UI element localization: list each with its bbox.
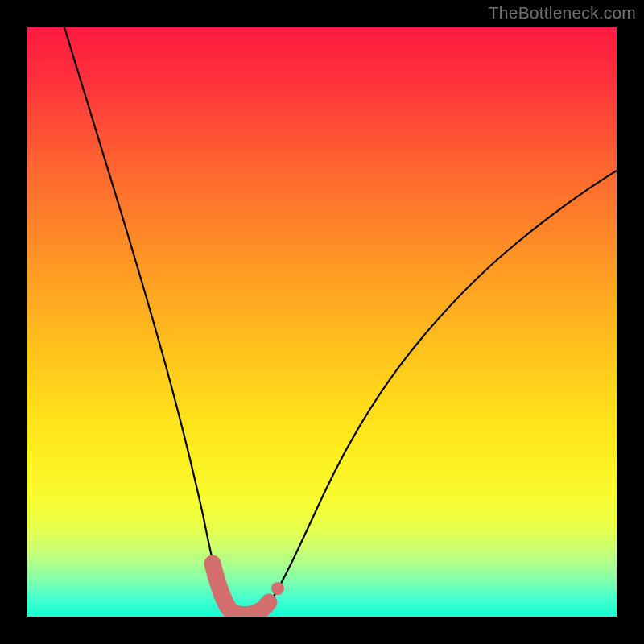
chart-stage: TheBottleneck.com — [0, 0, 644, 644]
watermark-text: TheBottleneck.com — [489, 3, 636, 23]
plot-area — [27, 27, 617, 617]
curve-left-branch — [64, 27, 227, 609]
highlight-end-dot — [271, 582, 284, 595]
chart-svg — [27, 27, 617, 617]
highlight-segment — [213, 564, 269, 614]
curve-right-branch — [227, 171, 617, 614]
